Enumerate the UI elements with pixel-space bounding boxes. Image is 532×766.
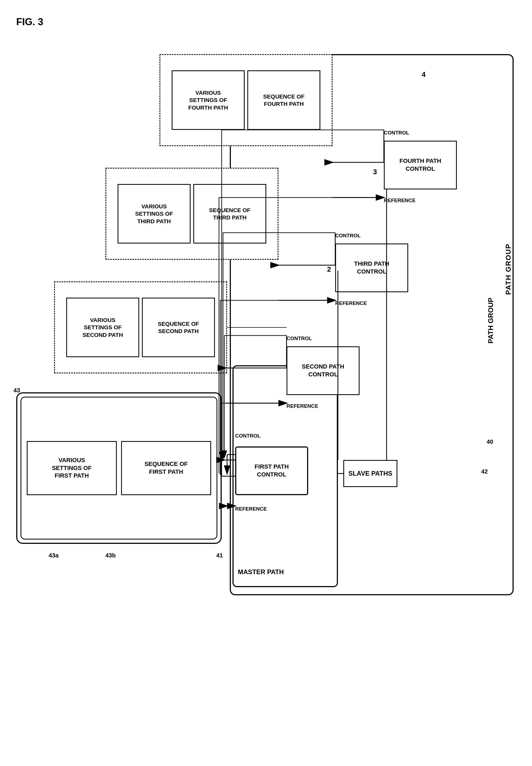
annotation-43b: 43b	[105, 552, 116, 559]
figure-label: FIG. 3	[16, 16, 43, 28]
reference-label-2: REFERENCE	[287, 403, 318, 409]
reference-label-3: REFERENCE	[335, 300, 367, 306]
control-label-1: CONTROL	[235, 433, 261, 439]
path-group-label: PATH GROUP	[487, 298, 495, 343]
annotation-43a: 43a	[49, 552, 59, 559]
first-path-control: FIRST PATH CONTROL	[235, 446, 308, 495]
number-4: 4	[422, 70, 425, 79]
first-settings-box-a: VARIOUS SETTINGS OF FIRST PATH	[27, 441, 117, 495]
fourth-path-settings-group: VARIOUS SETTINGS OF FOURTH PATH SEQUENCE…	[159, 54, 333, 146]
control-label-4: CONTROL	[384, 130, 409, 136]
second-settings-box-a: VARIOUS SETTINGS OF SECOND PATH	[66, 298, 139, 357]
first-path-settings-inner: VARIOUS SETTINGS OF FIRST PATH SEQUENCE …	[21, 397, 217, 539]
fourth-settings-box-a: VARIOUS SETTINGS OF FOURTH PATH	[172, 70, 245, 130]
control-label-2: CONTROL	[287, 336, 312, 342]
annotation-41: 41	[216, 552, 223, 559]
annotation-42: 42	[481, 468, 488, 475]
second-path-settings-group: VARIOUS SETTINGS OF SECOND PATH SEQUENCE…	[54, 281, 227, 373]
reference-label-1: REFERENCE	[235, 506, 267, 512]
third-path-control: THIRD PATH CONTROL	[335, 244, 408, 292]
control-label-3: CONTROL	[335, 233, 361, 239]
reference-label-4: REFERENCE	[384, 198, 415, 204]
third-settings-box-a: VARIOUS SETTINGS OF THIRD PATH	[118, 184, 191, 244]
annotation-43: 43	[14, 387, 20, 394]
third-settings-box-b: SEQUENCE OF THIRD PATH	[193, 184, 266, 244]
second-path-control: SECOND PATH CONTROL	[287, 346, 360, 395]
annotation-40: 40	[487, 438, 493, 445]
second-settings-box-b: SEQUENCE OF SECOND PATH	[142, 298, 215, 357]
fourth-settings-box-b: SEQUENCE OF FOURTH PATH	[247, 70, 320, 130]
number-2: 2	[327, 265, 331, 274]
fourth-path-control: FOURTH PATH CONTROL	[384, 141, 457, 189]
first-path-settings-outer: VARIOUS SETTINGS OF FIRST PATH SEQUENCE …	[16, 392, 222, 544]
third-path-settings-group: VARIOUS SETTINGS OF THIRD PATH SEQUENCE …	[105, 168, 278, 260]
number-3: 3	[373, 168, 377, 176]
master-path-label: MASTER PATH	[238, 568, 284, 576]
slave-paths-box: SLAVE PATHS	[343, 460, 397, 487]
slave-paths-label: SLAVE PATHS	[348, 470, 393, 477]
path-group-vertical-label: PATH GROUP	[504, 244, 513, 295]
first-settings-box-b: SEQUENCE OF FIRST PATH	[121, 441, 211, 495]
